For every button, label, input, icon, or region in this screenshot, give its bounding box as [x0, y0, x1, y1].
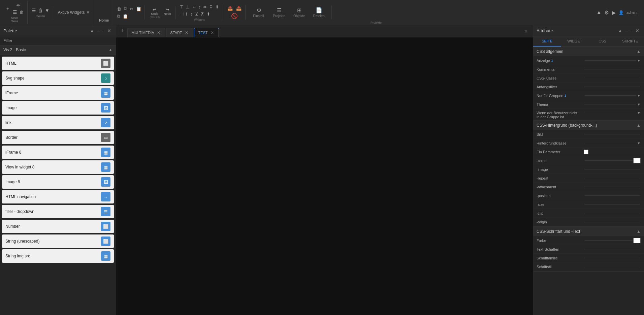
seiten-dropdown-icon[interactable]: ▼: [44, 7, 50, 14]
settings-icon[interactable]: ⚙: [604, 9, 609, 16]
list-item[interactable]: link ↗: [2, 116, 114, 129]
list-item[interactable]: String img src ▦: [2, 249, 114, 263]
dist-v-icon[interactable]: ⊦: [185, 11, 189, 17]
align-left-icon[interactable]: ↕: [198, 4, 202, 10]
delete-widget-icon[interactable]: 🗑: [116, 5, 122, 12]
attr-up-icon[interactable]: ▲: [616, 27, 624, 34]
paste-icon[interactable]: 📋: [135, 5, 142, 12]
tab-seite[interactable]: SEITE: [533, 36, 561, 46]
tab-skripte[interactable]: SKRIPTE: [616, 36, 644, 46]
chevron-up-icon[interactable]: ▲: [596, 9, 602, 15]
close-tab-multimedia[interactable]: ✕: [156, 30, 161, 35]
palette-minimize-icon[interactable]: —: [97, 27, 104, 34]
plus-icon[interactable]: ＋: [5, 5, 11, 12]
css-hintergrund-title: CSS-Hintergrund (background-...): [537, 123, 597, 128]
tab-widget[interactable]: WIDGET: [561, 36, 588, 46]
list-item[interactable]: String (unescaped) ⬜: [2, 234, 114, 248]
list-item[interactable]: HTML navigation →: [2, 190, 114, 203]
tab-css[interactable]: CSS: [589, 36, 616, 46]
attr-line: [584, 143, 636, 143]
tab-test[interactable]: TEST ✕: [194, 28, 219, 37]
dist-mid-icon[interactable]: ⊻: [194, 11, 199, 17]
cut-icon[interactable]: ✂: [129, 5, 134, 12]
export-import-group: 📤 📥 🚫: [224, 5, 246, 20]
color-swatch-text[interactable]: [633, 238, 641, 243]
delete-icon[interactable]: 🗑: [19, 9, 25, 15]
palette-section-header[interactable]: Vis 2 - Basic ▲: [0, 45, 116, 55]
align-middle-icon[interactable]: ⊥: [185, 4, 191, 10]
list-item[interactable]: Number ⬜: [2, 220, 114, 233]
widget-icon: ▦: [101, 251, 110, 261]
color-swatch-bg[interactable]: [633, 158, 641, 163]
dateien-button[interactable]: 📄 Dateien: [310, 6, 327, 19]
objekte-button[interactable]: ⊞ Objekte: [291, 6, 308, 19]
anzeige-dropdown-icon[interactable]: ▼: [637, 59, 641, 63]
import-icon[interactable]: ⊼: [200, 11, 205, 17]
aktive-widgets-dropdown[interactable]: ▼: [86, 10, 90, 15]
neue-seite-label: Neue Seite: [11, 16, 19, 23]
align-right-icon[interactable]: ↧: [208, 4, 214, 10]
attr-close-icon[interactable]: ✕: [634, 27, 641, 34]
list-item[interactable]: iFrame 8 ▦: [2, 146, 114, 159]
copy-icon[interactable]: ⧉: [123, 5, 128, 12]
list-item[interactable]: iFrame ▦: [2, 86, 114, 100]
camera-icon[interactable]: 🚫: [230, 12, 239, 20]
info-icon[interactable]: ℹ: [551, 58, 553, 63]
export-icon[interactable]: ⬆: [214, 4, 220, 10]
ein-parameter-checkbox[interactable]: [584, 150, 588, 154]
css-hintergrund-header[interactable]: CSS-Hintergrund (background-...) ▲: [533, 121, 644, 130]
attr-row-attachment: -attachment: [533, 183, 644, 191]
close-tab-test[interactable]: ✕: [210, 30, 215, 35]
copy2-icon[interactable]: ⧉: [116, 13, 121, 20]
dist-eq-icon[interactable]: ↕: [190, 11, 194, 17]
redo-button[interactable]: ↪ Redo: [162, 6, 172, 19]
align-center-icon[interactable]: ⇔: [202, 4, 208, 10]
close-tab-start[interactable]: ✕: [184, 30, 189, 35]
projekte-button[interactable]: ☰ Projekte: [270, 6, 288, 19]
export2-icon[interactable]: ⬆: [205, 11, 211, 17]
list-item[interactable]: HTML ⬜: [2, 57, 114, 70]
align-bottom-icon[interactable]: ↔: [191, 4, 197, 10]
css-schriftart-header[interactable]: CSS-Schriftart und -Text ▲: [533, 227, 644, 236]
edit-icon[interactable]: ✏: [16, 2, 21, 9]
play-icon[interactable]: ▶: [612, 9, 616, 16]
attr-row-clip: -clip: [533, 209, 644, 218]
list-item[interactable]: Svg shape ○: [2, 71, 114, 85]
dist-h-icon[interactable]: ⊣: [179, 11, 185, 17]
list-item[interactable]: filter - dropdown ☰: [2, 205, 114, 218]
seiten-list-icon[interactable]: ☰: [31, 7, 37, 14]
widget-icon: ▦: [101, 148, 110, 157]
attr-label-hintergrundklasse: Hintergrundklasse: [537, 141, 584, 145]
seiten-delete-icon[interactable]: 🗑: [37, 7, 43, 14]
widget-name: String img src: [5, 254, 30, 258]
paste2-icon[interactable]: 📋: [122, 13, 129, 20]
info-icon-gruppen[interactable]: ℹ: [565, 93, 566, 98]
hintergrundklasse-dropdown-icon[interactable]: ▼: [637, 141, 641, 145]
wenn-benutzer-dropdown-icon[interactable]: ▼: [637, 111, 641, 115]
list-item[interactable]: View in widget 8 ▦: [2, 160, 114, 174]
list-item[interactable]: Image 8 🖼: [2, 175, 114, 189]
attr-line: [584, 187, 640, 187]
css-allgemein-header[interactable]: CSS allgemein ▲: [533, 47, 644, 56]
gruppen-dropdown-icon[interactable]: ▼: [637, 94, 641, 98]
tab-start[interactable]: START ✕: [166, 28, 193, 37]
align-top-icon[interactable]: ⊤: [179, 4, 185, 10]
list-item[interactable]: Border ▭: [2, 131, 114, 144]
undo-button[interactable]: ↩ Undo (23 / 23): [148, 6, 161, 19]
tab-multimedia[interactable]: MULTIMEDIA ✕: [127, 28, 165, 37]
thema-dropdown-icon[interactable]: ▼: [637, 102, 641, 106]
screen-import-icon[interactable]: 📥: [235, 5, 243, 11]
canvas-menu-icon[interactable]: ≡: [522, 27, 530, 36]
attr-minimize-icon[interactable]: —: [625, 27, 633, 34]
widget-icon: ▦: [101, 88, 110, 98]
add-tab-button[interactable]: +: [119, 27, 127, 35]
attribute-header-buttons: ▲ — ✕: [616, 27, 641, 34]
screen-export-icon[interactable]: 📤: [226, 5, 234, 11]
palette-up-icon[interactable]: ▲: [88, 27, 96, 34]
einstell-button[interactable]: ⚙ Einstell.: [250, 6, 267, 19]
attr-line: [584, 87, 640, 87]
attr-value-schriftfamilie: [584, 258, 641, 258]
list-item[interactable]: Image 🖼: [2, 101, 114, 115]
palette-close-icon[interactable]: ✕: [106, 27, 112, 34]
menu-icon[interactable]: ☰: [12, 9, 18, 15]
